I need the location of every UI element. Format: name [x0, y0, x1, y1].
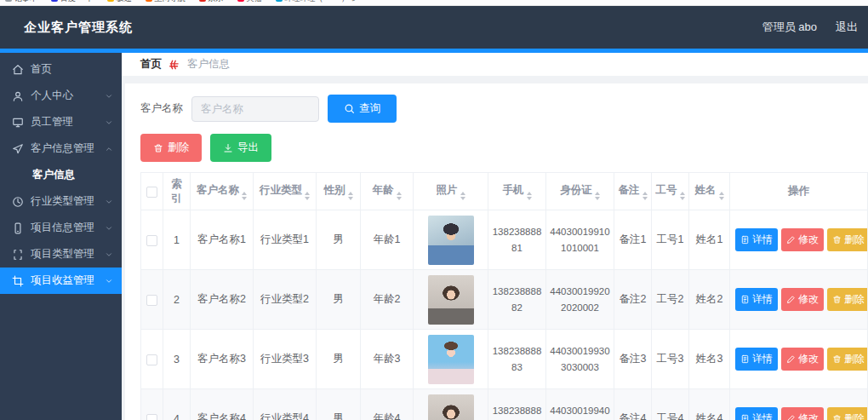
- sort-carets-icon[interactable]: [305, 192, 310, 200]
- column-header-age[interactable]: 年龄: [361, 173, 414, 210]
- document-icon: [740, 235, 750, 245]
- column-header-customer-name[interactable]: 客户名称: [191, 173, 254, 210]
- column-header-gender[interactable]: 性别: [317, 173, 361, 210]
- detail-button[interactable]: 详情: [735, 288, 778, 311]
- sort-carets-icon[interactable]: [397, 192, 402, 200]
- sidebar-item-project-info-mgmt[interactable]: 项目信息管理: [0, 215, 122, 241]
- cell-job-no: 工号3: [652, 330, 689, 389]
- column-header-label: 身份证: [560, 184, 592, 196]
- sidebar-item-label: 员工管理: [31, 115, 73, 129]
- cell-id-card: 440300199202020002: [546, 270, 614, 330]
- logout-link[interactable]: 退出: [836, 20, 858, 35]
- customer-name-input[interactable]: [191, 96, 319, 122]
- cell-gender: 男: [317, 270, 361, 330]
- sort-carets-icon[interactable]: [348, 192, 353, 200]
- cell-age: 年龄1: [361, 210, 414, 270]
- edit-button-label: 修改: [798, 411, 819, 420]
- column-header-index: 索引: [163, 173, 191, 210]
- sidebar-item-customer-info-mgmt[interactable]: 客户信息管理: [0, 135, 122, 162]
- sort-carets-icon[interactable]: [642, 192, 648, 200]
- edit-button[interactable]: 修改: [781, 228, 824, 251]
- bookmark-item[interactable]: 百度 一下: [51, 0, 94, 4]
- home-icon: [12, 64, 24, 76]
- edit-button-label: 修改: [798, 352, 819, 366]
- row-delete-button-label: 删除: [844, 292, 865, 307]
- cell-industry-type: 行业类型4: [254, 389, 317, 420]
- sidebar-item-industry-type-mgmt[interactable]: 行业类型管理: [0, 188, 122, 215]
- cell-industry-type: 行业类型3: [254, 330, 317, 389]
- cell-index: 4: [163, 389, 191, 420]
- brackets-icon: [12, 249, 24, 261]
- column-header-job-no[interactable]: 工号: [652, 173, 689, 210]
- cell-industry-type: 行业类型1: [254, 210, 317, 270]
- document-icon: [740, 354, 750, 364]
- sort-carets-icon[interactable]: [680, 192, 685, 200]
- sort-carets-icon[interactable]: [527, 192, 532, 200]
- detail-button[interactable]: 详情: [735, 348, 778, 371]
- row-checkbox[interactable]: [146, 354, 157, 365]
- bookmark-item[interactable]: 记事本: [5, 0, 37, 4]
- row-delete-button[interactable]: 删除: [827, 348, 868, 371]
- chevron-down-icon: [105, 250, 113, 259]
- cell-id-card: 440300199404040004: [546, 389, 614, 420]
- column-header-label: 备注: [619, 184, 640, 196]
- sidebar-item-project-income-mgmt[interactable]: 项目收益管理: [0, 268, 122, 294]
- sidebar-item-staff-mgmt[interactable]: 员工管理: [0, 109, 122, 135]
- bookmark-item[interactable]: 哔哩哔哩（゜-゜）つ: [276, 0, 357, 4]
- edit-button[interactable]: 修改: [781, 348, 824, 371]
- edit-button[interactable]: 修改: [781, 407, 824, 420]
- sidebar-item-profile[interactable]: 个人中心: [0, 83, 122, 109]
- current-user[interactable]: 管理员 abo: [762, 20, 817, 35]
- export-button-label: 导出: [237, 141, 259, 155]
- detail-button[interactable]: 详情: [735, 228, 778, 251]
- trash-icon: [832, 235, 842, 245]
- bookmark-item[interactable]: 京东: [199, 0, 224, 4]
- select-all-checkbox[interactable]: [146, 187, 157, 198]
- sort-carets-icon[interactable]: [719, 192, 724, 200]
- detail-button[interactable]: 详情: [735, 407, 778, 420]
- sidebar-item-project-type-mgmt[interactable]: 项目类型管理: [0, 241, 122, 268]
- bookmark-favicon: [51, 0, 58, 2]
- sort-carets-icon[interactable]: [595, 192, 600, 200]
- sort-carets-icon[interactable]: [242, 192, 247, 200]
- row-checkbox[interactable]: [146, 235, 157, 246]
- column-header-phone[interactable]: 手机: [488, 173, 546, 210]
- bookmark-item[interactable]: 上网导航: [146, 0, 186, 4]
- column-header-label: 手机: [503, 184, 524, 196]
- search-button[interactable]: 查询: [328, 95, 397, 123]
- bookmark-item[interactable]: 极速: [107, 0, 132, 4]
- column-header-id-card[interactable]: 身份证: [546, 173, 614, 210]
- chevron-up-icon: [105, 145, 113, 153]
- row-checkbox[interactable]: [146, 295, 157, 306]
- row-delete-button-label: 删除: [844, 233, 865, 247]
- breadcrumb-home[interactable]: 首页: [140, 57, 162, 72]
- bookmark-favicon: [146, 0, 152, 2]
- cell-index: 1: [163, 210, 191, 270]
- sort-carets-icon[interactable]: [460, 192, 465, 200]
- sidebar-subitem-customer-info[interactable]: 客户信息: [0, 162, 122, 188]
- cell-job-no: 工号2: [652, 270, 689, 330]
- row-delete-button[interactable]: 删除: [827, 288, 868, 311]
- customer-photo: [428, 275, 474, 325]
- row-delete-button[interactable]: 删除: [827, 228, 868, 251]
- send-icon: [12, 143, 24, 155]
- column-header-industry-type[interactable]: 行业类型: [254, 173, 317, 210]
- cell-age: 年龄2: [361, 270, 414, 330]
- bookmark-favicon: [5, 0, 12, 2]
- row-delete-button[interactable]: 删除: [827, 407, 868, 420]
- row-checkbox[interactable]: [146, 414, 157, 420]
- edit-button[interactable]: 修改: [781, 288, 824, 311]
- cell-customer-name: 客户名称4: [191, 389, 254, 420]
- chevron-down-icon: [105, 92, 113, 101]
- export-button[interactable]: 导出: [210, 134, 271, 162]
- column-header-remark[interactable]: 备注: [614, 173, 652, 210]
- column-header-photo[interactable]: 照片: [414, 173, 488, 210]
- bookmark-label: 天猫: [247, 0, 262, 4]
- sidebar-item-home[interactable]: 首页: [0, 56, 122, 83]
- bookmark-label: 记事本: [14, 0, 37, 4]
- download-icon: [223, 143, 233, 153]
- delete-button[interactable]: 删除: [140, 134, 202, 162]
- column-header-name[interactable]: 姓名: [689, 173, 730, 210]
- column-header-label: 年龄: [373, 184, 394, 196]
- bookmark-item[interactable]: 天猫: [237, 0, 262, 4]
